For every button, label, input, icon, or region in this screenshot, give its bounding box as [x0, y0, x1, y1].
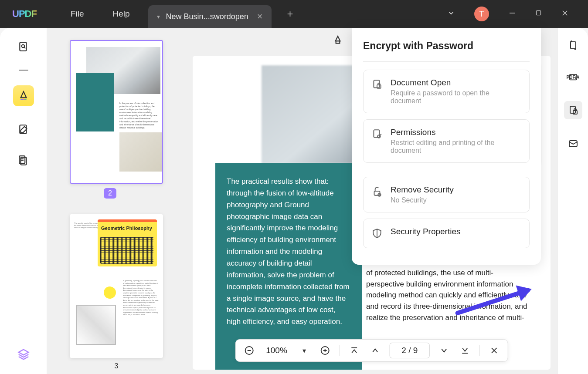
svg-rect-16 — [336, 41, 340, 43]
logo: UPDF — [12, 8, 37, 20]
option-label: Document Open — [391, 78, 521, 88]
edit-tool-icon[interactable] — [15, 121, 32, 138]
zoom-out-icon[interactable] — [242, 344, 255, 357]
option-security-properties[interactable]: Security Properties — [363, 219, 530, 248]
svg-line-35 — [380, 134, 381, 135]
prev-page-icon[interactable] — [369, 344, 382, 357]
user-avatar[interactable]: T — [474, 7, 489, 21]
option-label: Permissions — [391, 128, 521, 137]
right-column-text: In the process of data collection and pr… — [366, 256, 527, 323]
titlebar: UPDF File Help ▾ New Busin...swordopen ×… — [0, 0, 588, 28]
svg-rect-1 — [537, 11, 541, 15]
zoom-level: 100% — [266, 346, 287, 355]
option-remove-security[interactable]: Remove Security No Security — [363, 177, 530, 212]
encrypt-icon[interactable] — [564, 101, 582, 119]
highlighter-icon[interactable] — [332, 35, 343, 49]
share-mail-icon[interactable] — [566, 137, 580, 151]
first-page-icon[interactable] — [348, 344, 361, 357]
zoom-in-icon[interactable] — [319, 344, 332, 357]
zoom-dropdown-icon[interactable]: ▾ — [298, 344, 311, 357]
pdfa-icon[interactable]: PDF/A — [566, 70, 580, 84]
left-tool-rail — [0, 28, 47, 374]
shield-icon — [371, 228, 384, 240]
svg-marker-15 — [18, 350, 28, 355]
svg-rect-4 — [20, 42, 26, 51]
close-window-icon[interactable] — [561, 9, 569, 19]
teal-block-text: The practical results show that: through… — [215, 163, 362, 370]
option-document-open[interactable]: Document Open Require a password to open… — [363, 70, 530, 113]
tab-title: New Busin...swordopen — [166, 12, 248, 21]
encrypt-password-panel: Encrypt with Password Document Open Requ… — [352, 28, 541, 265]
thumb-title: Geometric Philosophy — [98, 222, 157, 234]
zoom-page-bar: 100% ▾ 2 / 9 — [235, 339, 508, 362]
page-indicator[interactable]: 2 / 9 — [390, 343, 430, 358]
pages-tool-icon[interactable] — [15, 152, 32, 169]
panel-title: Encrypt with Password — [363, 40, 530, 62]
menu-file[interactable]: File — [71, 9, 84, 19]
thumbnail-page-3[interactable]: The specific point of the image can be e… — [70, 214, 163, 358]
document-lock-icon — [371, 79, 384, 91]
svg-rect-33 — [374, 130, 379, 137]
option-label: Security Properties — [391, 227, 461, 236]
last-page-icon[interactable] — [459, 344, 472, 357]
search-icon[interactable] — [15, 38, 32, 55]
right-tool-rail: PDF/A — [557, 28, 588, 374]
thumbnail-page-2[interactable]: In the process of data collection and pr… — [70, 40, 163, 184]
option-sub: Require a password to open the document — [391, 89, 521, 105]
option-sub: No Security — [391, 196, 454, 204]
maximize-icon[interactable] — [535, 10, 542, 18]
rail-separator — [19, 70, 28, 71]
annotate-tool-icon[interactable] — [13, 85, 34, 106]
new-tab-button[interactable]: + — [287, 8, 293, 20]
svg-rect-26 — [571, 42, 576, 49]
tab-close-icon[interactable]: × — [257, 11, 263, 22]
minimize-icon[interactable] — [508, 9, 516, 19]
option-permissions[interactable]: Permissions Restrict editing and printin… — [363, 119, 530, 163]
tab-dropdown-icon[interactable]: ▾ — [157, 13, 160, 20]
layers-icon[interactable] — [15, 346, 32, 363]
thumbnail-panel: In the process of data collection and pr… — [47, 28, 186, 374]
document-key-icon — [371, 128, 384, 141]
svg-line-6 — [24, 47, 25, 48]
close-bar-icon[interactable] — [488, 344, 501, 357]
rotate-icon[interactable] — [566, 38, 580, 52]
next-page-icon[interactable] — [438, 344, 451, 357]
option-label: Remove Security — [391, 185, 454, 195]
page-number-badge: 2 — [104, 188, 116, 199]
option-sub: Restrict editing and printing of the doc… — [391, 139, 521, 155]
svg-rect-31 — [374, 80, 379, 88]
unlock-icon — [371, 186, 384, 198]
page-number: 3 — [64, 362, 169, 370]
document-tab[interactable]: ▾ New Busin...swordopen × — [148, 5, 272, 28]
workspace: In the process of data collection and pr… — [0, 28, 588, 374]
chevron-down-icon[interactable] — [447, 9, 455, 19]
menu-help[interactable]: Help — [113, 9, 130, 19]
